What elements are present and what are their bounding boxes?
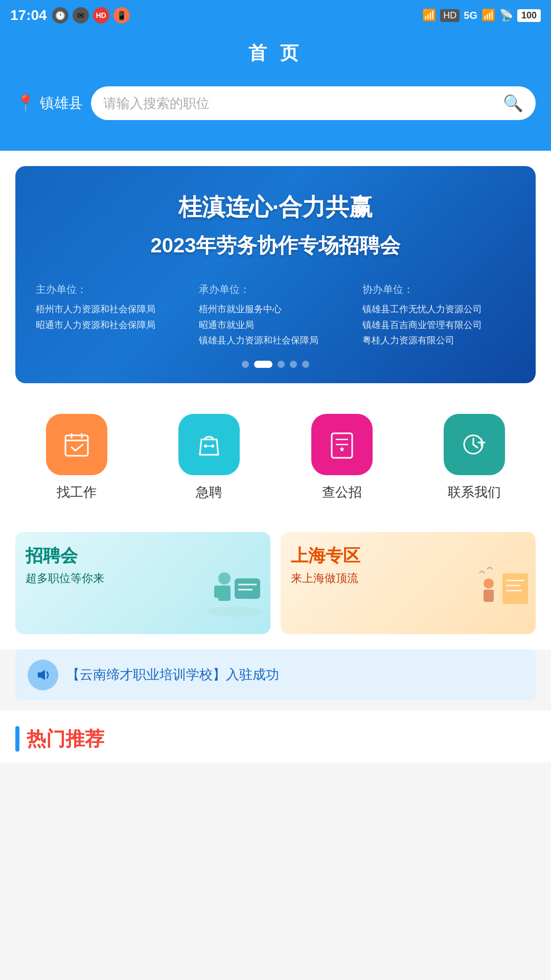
shanghai-title: 上海专区 [291, 544, 360, 568]
banner-col3: 协办单位： 镇雄县工作无忧人力资源公司 镇雄县百吉商业管理有限公司 粤桂人力资源… [362, 280, 515, 348]
svg-rect-25 [502, 573, 528, 604]
shanghai-subtitle: 来上海做顶流 [291, 571, 360, 586]
svg-line-14 [473, 445, 477, 448]
signal-bars: 📶 [481, 9, 495, 22]
hd-icon: HD [93, 7, 109, 24]
hot-indicator [15, 726, 19, 752]
banner-section: 桂滇连心·合力共赢 2023年劳务协作专场招聘会 主办单位： 梧州市人力资源和社… [0, 151, 551, 388]
quick-icon-urgent[interactable]: 急聘 [178, 414, 240, 501]
public-recruit-icon-bg [311, 414, 373, 475]
svg-rect-20 [225, 586, 231, 598]
banner-col2-item2: 昭通市就业局 [199, 317, 352, 333]
clock-icon: 🕐 [52, 7, 68, 24]
banner-col2-item1: 梧州市就业服务中心 [199, 301, 352, 317]
banner-col3-item1: 镇雄县工作无忧人力资源公司 [362, 301, 515, 317]
status-left: 17:04 🕐 ✉ HD 📱 [10, 7, 130, 24]
svg-point-17 [218, 572, 231, 585]
svg-point-29 [484, 578, 494, 589]
svg-rect-21 [235, 578, 260, 599]
urgent-icon-bg [178, 414, 240, 475]
notice-speaker-icon [28, 660, 58, 690]
public-recruit-label: 查公招 [322, 483, 362, 501]
svg-rect-7 [332, 433, 352, 458]
banner-dot-2[interactable] [254, 361, 272, 368]
status-icons-right: 📶 HD 5G 📶 📡 100 [422, 9, 541, 22]
banner-col2-label: 承办单位： [199, 280, 352, 298]
svg-rect-19 [214, 586, 219, 598]
shanghai-illustration [474, 563, 531, 629]
mail-icon: ✉ [73, 7, 89, 24]
network-5g: 5G [464, 10, 477, 21]
banner-col2-item3: 镇雄县人力资源和社会保障局 [199, 333, 352, 348]
page-title: 首 页 [0, 41, 551, 66]
job-fair-card-text: 招聘会 超多职位等你来 [26, 544, 104, 586]
hot-title: 热门推荐 [27, 726, 104, 752]
banner-dots [36, 361, 515, 368]
quick-icon-public-recruit[interactable]: 查公招 [311, 414, 373, 501]
battery-icon: 100 [517, 9, 541, 22]
job-fair-illustration [204, 563, 265, 629]
job-fair-title: 招聘会 [26, 544, 104, 568]
banner-col3-item3: 粤桂人力资源有限公司 [362, 333, 515, 348]
contact-icon-bg [444, 414, 505, 475]
quick-icons-section: 找工作 急聘 查公招 [0, 388, 551, 522]
quick-icon-contact[interactable]: 联系我们 [444, 414, 505, 501]
mini-cards-row: 招聘会 超多职位等你来 上海专区 来上海做顶流 [0, 522, 551, 649]
banner-card[interactable]: 桂滇连心·合力共赢 2023年劳务协作专场招聘会 主办单位： 梧州市人力资源和社… [15, 166, 536, 383]
hot-header: 热门推荐 [15, 726, 536, 752]
find-job-label: 找工作 [57, 483, 97, 501]
notice-text: 【云南缔才职业培训学校】入驻成功 [66, 666, 279, 684]
banner-col3-label: 协办单位： [362, 280, 515, 298]
job-fair-card[interactable]: 招聘会 超多职位等你来 [15, 532, 270, 634]
find-job-icon-bg [46, 414, 107, 475]
status-bar: 17:04 🕐 ✉ HD 📱 📶 HD 5G 📶 📡 100 [0, 0, 551, 31]
hd-badge: HD [440, 9, 460, 22]
banner-dot-5[interactable] [302, 361, 309, 368]
banner-details: 主办单位： 梧州市人力资源和社会保障局 昭通市人力资源和社会保障局 承办单位： … [36, 280, 515, 348]
contact-label: 联系我们 [448, 483, 501, 501]
svg-marker-31 [38, 670, 45, 680]
search-placeholder[interactable]: 请输入搜索的职位 [103, 95, 497, 112]
banner-col1-item1: 梧州市人力资源和社会保障局 [36, 301, 189, 317]
banner-col1-item2: 昭通市人力资源和社会保障局 [36, 317, 189, 333]
shopping-bag-icon [194, 429, 224, 460]
signal-icon: 📶 [422, 9, 436, 22]
shanghai-card-text: 上海专区 来上海做顶流 [291, 544, 360, 586]
svg-rect-30 [484, 590, 494, 602]
shanghai-card[interactable]: 上海专区 来上海做顶流 [281, 532, 536, 634]
banner-title2: 2023年劳务协作专场招聘会 [36, 231, 515, 260]
status-time: 17:04 [10, 7, 47, 24]
header: 首 页 [0, 31, 551, 86]
location-text: 镇雄县 [40, 94, 83, 113]
notice-bar[interactable]: 【云南缔才职业培训学校】入驻成功 [15, 649, 536, 701]
app-icon: 📱 [113, 7, 130, 24]
banner-col1-label: 主办单位： [36, 280, 189, 298]
location-button[interactable]: 📍 镇雄县 [15, 94, 83, 113]
urgent-label: 急聘 [196, 483, 222, 501]
document-star-icon [327, 429, 357, 460]
quick-icon-find-job[interactable]: 找工作 [46, 414, 107, 501]
search-icon[interactable]: 🔍 [503, 94, 523, 113]
clock-add-icon [459, 429, 490, 460]
svg-point-24 [206, 606, 263, 617]
status-icons-left: 🕐 ✉ HD 📱 [52, 7, 130, 24]
calendar-check-icon [61, 429, 92, 460]
banner-title1: 桂滇连心·合力共赢 [36, 192, 515, 223]
search-box[interactable]: 请输入搜索的职位 🔍 [91, 86, 536, 120]
banner-col3-item2: 镇雄县百吉商业管理有限公司 [362, 317, 515, 333]
svg-rect-0 [65, 435, 88, 456]
location-icon: 📍 [15, 94, 36, 113]
banner-dot-1[interactable] [242, 361, 249, 368]
banner-col1: 主办单位： 梧州市人力资源和社会保障局 昭通市人力资源和社会保障局 [36, 280, 189, 348]
banner-dot-3[interactable] [278, 361, 285, 368]
job-fair-subtitle: 超多职位等你来 [26, 571, 104, 586]
wifi-icon: 📡 [499, 9, 513, 22]
search-section: 📍 镇雄县 请输入搜索的职位 🔍 [0, 86, 551, 151]
banner-dot-4[interactable] [290, 361, 297, 368]
banner-col2: 承办单位： 梧州市就业服务中心 昭通市就业局 镇雄县人力资源和社会保障局 [199, 280, 352, 348]
hot-section: 热门推荐 [0, 711, 551, 762]
